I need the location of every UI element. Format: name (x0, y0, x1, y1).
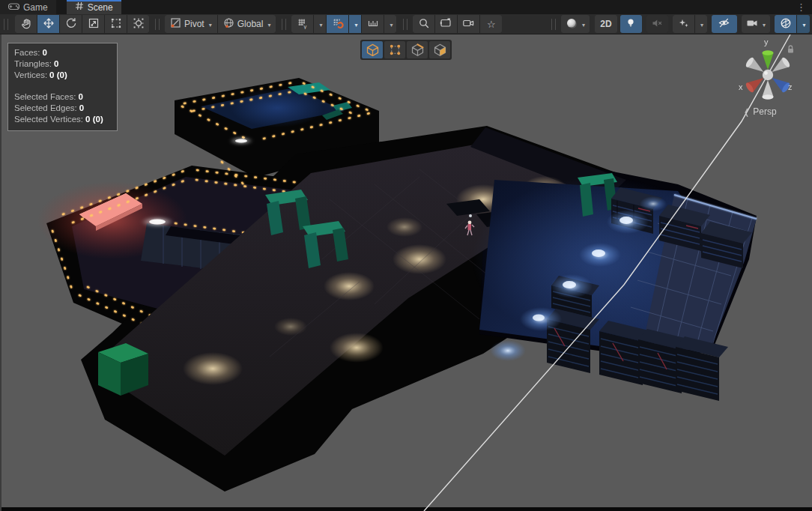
rect-tool-button[interactable] (105, 15, 127, 33)
scene-camera-preview-button[interactable] (435, 15, 457, 33)
camera-settings-group: ▾ (742, 15, 770, 33)
gizmo-center-ball[interactable] (763, 70, 773, 80)
vertex-mode-button[interactable] (384, 41, 405, 58)
hand-tool-button[interactable] (15, 15, 37, 33)
star-icon: ☆ (487, 19, 496, 30)
global-space-button[interactable]: Global ▾ (218, 15, 276, 33)
scene-grid-icon (75, 1, 84, 13)
scene-lighting-button[interactable] (620, 15, 642, 33)
gizmo-axis-gray-down[interactable] (763, 80, 774, 100)
edge-mode-icon (410, 43, 425, 57)
pivot-mode-button[interactable]: Pivot ▾ (165, 15, 217, 33)
search-camera-group: ☆ (413, 15, 502, 33)
grid-snap-dropdown[interactable]: ▾ (349, 15, 361, 33)
pivot-icon (170, 17, 181, 31)
info-row: Selected Edges:0 (14, 103, 110, 114)
chevron-down-icon: ▾ (319, 22, 322, 28)
tab-scene[interactable]: Scene (67, 0, 121, 14)
scene-search-button[interactable] (413, 15, 434, 33)
scene-camera-group: ▾ (775, 15, 810, 33)
scale-tool-button[interactable] (82, 15, 104, 33)
rotate-icon (65, 17, 77, 31)
face-mode-button[interactable] (429, 41, 450, 58)
transform-icon (133, 17, 145, 31)
toolbar-handle[interactable] (4, 19, 8, 30)
green-cube (98, 343, 148, 396)
snap-increment-dropdown[interactable]: ▾ (384, 15, 396, 33)
tab-bar-menu-icon[interactable]: ⋮ (790, 0, 812, 14)
scene-3d-render[interactable] (0, 34, 812, 511)
projection-mode-toggle[interactable]: ❬ Persp (743, 106, 777, 117)
camera-frame-icon (440, 17, 452, 31)
viewport-left-edge (0, 34, 1, 511)
scene-viewport[interactable]: Faces:0 Triangles:0 Vertices:0 (0) Selec… (0, 34, 812, 511)
grid-axis-icon: y (297, 17, 309, 31)
scene-camera-settings-button[interactable] (775, 15, 796, 33)
pivot-orientation-group: Pivot ▾ Global ▾ (165, 15, 276, 33)
shading-mode-group: ▾ (561, 15, 590, 33)
chevron-down-icon: ▾ (582, 22, 585, 28)
grid-snap-toggle-button[interactable] (327, 15, 348, 33)
gizmo-y-label: y (764, 37, 769, 46)
orientation-gizmo: y x z ❬ Persp (728, 37, 812, 121)
audio-muted-icon (651, 18, 663, 31)
edge-mode-button[interactable] (407, 41, 428, 58)
scene-toolbar: Pivot ▾ Global ▾ y ▾ ▾ ▾ (0, 14, 812, 34)
info-row: Selected Faces:0 (14, 91, 110, 103)
lock-icon[interactable] (787, 43, 795, 57)
2d-view-button[interactable]: 2D (595, 15, 617, 33)
tab-game[interactable]: Game (0, 0, 56, 14)
chevron-left-icon: ❬ (743, 107, 750, 117)
chevron-down-icon: ▾ (354, 22, 357, 28)
shaded-sphere-icon (566, 17, 578, 31)
effects-group: ▾ (673, 15, 707, 33)
chevron-down-icon: ▾ (802, 22, 805, 28)
effects-dropdown[interactable]: ▾ (695, 15, 707, 33)
toolbar-separator (282, 19, 286, 30)
move-tool-button[interactable] (37, 15, 59, 33)
grid-visibility-button[interactable]: y (291, 15, 313, 33)
toolbar-separator (403, 19, 407, 30)
scene-audio-button[interactable] (646, 15, 668, 33)
favorites-button[interactable]: ☆ (480, 15, 502, 33)
scene-visibility-button[interactable] (712, 15, 737, 33)
chevron-down-icon: ▾ (390, 22, 393, 28)
scene-video-camera-button[interactable] (458, 15, 479, 33)
hand-icon (20, 17, 32, 31)
snap-increment-icon (367, 17, 379, 31)
toolbar-separator (155, 19, 160, 30)
rect-tool-icon (110, 17, 122, 31)
gamepad-icon (8, 2, 19, 13)
shading-mode-button[interactable]: ▾ (561, 15, 590, 33)
snap-increment-button[interactable] (362, 15, 384, 33)
info-row: Faces:0 (14, 47, 110, 58)
grid-visibility-dropdown[interactable]: ▾ (314, 15, 326, 33)
move-icon (43, 17, 55, 31)
gizmo-axis-y-positive[interactable] (763, 50, 774, 70)
object-mode-button[interactable] (362, 41, 383, 58)
projection-label: Persp (753, 106, 776, 117)
probuilder-mode-toolbar (360, 40, 452, 60)
lightbulb-icon (625, 17, 636, 31)
sparkle-effects-icon (678, 17, 689, 31)
info-row: Selected Vertices:0 (0) (14, 114, 110, 125)
svg-text:y: y (303, 22, 306, 29)
vertex-mode-icon (388, 43, 402, 57)
gizmo-x-label: x (739, 82, 743, 91)
transform-tool-button[interactable] (127, 15, 149, 33)
scene-camera-globe-icon (780, 17, 792, 31)
rotate-tool-button[interactable] (60, 15, 82, 33)
tab-scene-label: Scene (88, 2, 113, 13)
scene-camera-dropdown[interactable]: ▾ (797, 15, 810, 33)
audio-group (646, 15, 668, 33)
window-tab-bar: Game Scene ⋮ (0, 0, 812, 14)
scene-effects-button[interactable] (673, 15, 694, 33)
gizmo-z-label: z (788, 82, 793, 91)
chevron-down-icon: ▾ (267, 22, 270, 28)
chevron-down-icon: ▾ (209, 22, 212, 28)
grid-snap-magnet-icon (332, 17, 344, 31)
face-mode-icon (433, 43, 447, 57)
scene-camera-button[interactable]: ▾ (742, 15, 770, 33)
grid-snap-group: y ▾ ▾ ▾ (291, 15, 396, 33)
tab-game-label: Game (23, 2, 48, 13)
